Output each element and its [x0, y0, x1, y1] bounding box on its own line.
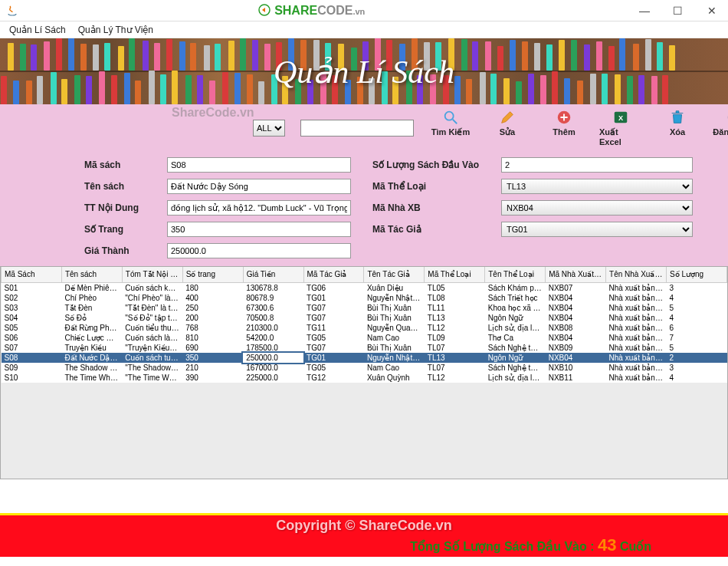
- table-cell[interactable]: Truyện Kiều: [61, 343, 122, 353]
- table-cell[interactable]: 167000.0: [243, 363, 303, 373]
- table-cell[interactable]: "Truyện Kiều" là ...: [122, 343, 182, 353]
- table-cell[interactable]: S07: [2, 343, 62, 353]
- table-cell[interactable]: Nhà xuất bản Ki...: [606, 293, 667, 303]
- column-header[interactable]: Mã Sách: [2, 267, 62, 282]
- input-gia-thanh[interactable]: [167, 243, 351, 258]
- table-cell[interactable]: S10: [2, 373, 62, 383]
- table-cell[interactable]: 130678.8: [243, 282, 303, 293]
- table-cell[interactable]: S09: [2, 363, 62, 373]
- table-cell[interactable]: Nhà xuất bản Ki...: [606, 303, 667, 313]
- table-cell[interactable]: TL12: [425, 323, 485, 333]
- table-cell[interactable]: Nguyễn Quang ...: [364, 323, 425, 333]
- table-cell[interactable]: S04: [2, 313, 62, 323]
- table-cell[interactable]: 400: [182, 293, 243, 303]
- select-ma-tacgia[interactable]: TG01: [501, 222, 693, 237]
- table-cell[interactable]: NXB08: [546, 323, 606, 333]
- column-header[interactable]: Tên sách: [61, 267, 122, 282]
- table-cell[interactable]: 5: [666, 303, 726, 313]
- table-cell[interactable]: S02: [2, 293, 62, 303]
- table-cell[interactable]: 210300.0: [243, 323, 303, 333]
- export-button[interactable]: X Xuất Excel: [599, 109, 642, 146]
- table-cell[interactable]: Xuân Quỳnh: [364, 373, 425, 383]
- table-cell[interactable]: NXB09: [546, 343, 606, 353]
- table-cell[interactable]: 5: [666, 343, 726, 353]
- table-row[interactable]: S02Chí Phèo"Chí Phèo" là tả...40080678.9…: [2, 293, 727, 303]
- data-table[interactable]: Mã SáchTên sáchTóm Tắt Nội Du...Số trang…: [1, 267, 727, 383]
- table-row[interactable]: S10The Time When ..."The Time Whe...3902…: [2, 373, 727, 383]
- table-cell[interactable]: Cuốn sách tuôn...: [122, 353, 182, 363]
- table-cell[interactable]: TG01: [303, 293, 364, 303]
- table-cell[interactable]: Nam Cao: [364, 333, 425, 343]
- table-cell[interactable]: TG01: [303, 353, 364, 363]
- table-cell[interactable]: Nhà xuất bản H...: [606, 373, 667, 383]
- table-cell[interactable]: 3: [666, 363, 726, 373]
- table-cell[interactable]: 70500.8: [243, 313, 303, 323]
- table-cell[interactable]: TL05: [425, 282, 485, 293]
- table-cell[interactable]: S06: [2, 333, 62, 343]
- table-cell[interactable]: 250000.0: [243, 353, 303, 363]
- table-cell[interactable]: "Tắt Đèn" là tiểu...: [122, 303, 182, 313]
- table-cell[interactable]: NXB04: [546, 303, 606, 313]
- table-cell[interactable]: TL07: [425, 363, 485, 373]
- table-cell[interactable]: NXB04: [546, 353, 606, 363]
- filter-select[interactable]: ALL: [253, 120, 285, 137]
- table-cell[interactable]: NXB10: [546, 363, 606, 373]
- column-header[interactable]: Tóm Tắt Nội Du...: [122, 267, 182, 282]
- edit-button[interactable]: Sửa: [486, 109, 529, 146]
- table-cell[interactable]: S08: [2, 353, 62, 363]
- table-cell[interactable]: 2: [666, 353, 726, 363]
- table-cell[interactable]: 4: [666, 373, 726, 383]
- table-cell[interactable]: Đất Nước Dậy S...: [61, 353, 122, 363]
- select-ma-nxb[interactable]: NXB04: [501, 200, 693, 216]
- close-button[interactable]: ✕: [702, 3, 722, 18]
- table-cell[interactable]: TG07: [303, 343, 364, 353]
- table-row[interactable]: S09The Shadow of ..."The Shadow of ...21…: [2, 363, 727, 373]
- table-cell[interactable]: "The Time Whe...: [122, 373, 182, 383]
- table-cell[interactable]: Sách Triết học: [485, 293, 546, 303]
- table-cell[interactable]: The Time When ...: [61, 373, 122, 383]
- table-cell[interactable]: NXB11: [546, 373, 606, 383]
- table-row[interactable]: S01Dế Mèn Phiêu L...Cuốn sách kể v...180…: [2, 282, 727, 293]
- table-cell[interactable]: TL08: [425, 293, 485, 303]
- table-cell[interactable]: Tắt Đèn: [61, 303, 122, 313]
- table-cell[interactable]: Nhà xuất bản Ki...: [606, 313, 667, 323]
- table-cell[interactable]: 690: [182, 343, 243, 353]
- table-cell[interactable]: Cuốn sách là bộ...: [122, 333, 182, 343]
- menu-quan-ly-thu-vien[interactable]: Quản Lý Thư Viện: [72, 23, 159, 37]
- logout-button[interactable]: Đăng Xuất: [713, 109, 728, 146]
- table-cell[interactable]: NXB04: [546, 293, 606, 303]
- table-row[interactable]: S06Chiếc Lược NgàCuốn sách là bộ...81054…: [2, 333, 727, 343]
- table-cell[interactable]: Thơ Ca: [485, 333, 546, 343]
- table-cell[interactable]: S03: [2, 303, 62, 313]
- add-button[interactable]: Thêm: [543, 109, 585, 146]
- column-header[interactable]: Mã Thể Loại: [425, 267, 485, 282]
- delete-button[interactable]: Xóa: [656, 109, 699, 146]
- table-cell[interactable]: Nhà xuất bản Q...: [606, 333, 667, 343]
- table-cell[interactable]: Bùi Thị Xuân: [364, 303, 425, 313]
- table-cell[interactable]: "Số Đỏ" tập trun...: [122, 313, 182, 323]
- table-cell[interactable]: TG07: [303, 313, 364, 323]
- table-cell[interactable]: Sách Khám phá...: [485, 282, 546, 293]
- table-cell[interactable]: Chiếc Lược Ngà: [61, 333, 122, 343]
- table-cell[interactable]: TG05: [303, 363, 364, 373]
- table-cell[interactable]: 178500.0: [243, 343, 303, 353]
- table-cell[interactable]: Nhà xuất bản Vă...: [606, 343, 667, 353]
- table-cell[interactable]: 3: [666, 282, 726, 293]
- column-header[interactable]: Số trang: [182, 267, 243, 282]
- table-cell[interactable]: The Shadow of ...: [61, 363, 122, 373]
- table-cell[interactable]: S01: [2, 282, 62, 293]
- table-cell[interactable]: TG12: [303, 373, 364, 383]
- table-cell[interactable]: 200: [182, 313, 243, 323]
- table-row[interactable]: S07Truyện Kiều"Truyện Kiều" là ...690178…: [2, 343, 727, 353]
- table-cell[interactable]: Chí Phèo: [61, 293, 122, 303]
- table-cell[interactable]: TL11: [425, 303, 485, 313]
- table-cell[interactable]: "Chí Phèo" là tả...: [122, 293, 182, 303]
- table-cell[interactable]: Cuốn tiểu thuyết...: [122, 323, 182, 333]
- column-header[interactable]: Tên Nhà Xuất Bản: [606, 267, 667, 282]
- table-row[interactable]: S03Tắt Đèn"Tắt Đèn" là tiểu...25067300.6…: [2, 303, 727, 313]
- table-cell[interactable]: 6: [666, 323, 726, 333]
- table-cell[interactable]: 768: [182, 323, 243, 333]
- table-cell[interactable]: 350: [182, 353, 243, 363]
- table-cell[interactable]: Nhà xuất bản H...: [606, 282, 667, 293]
- table-cell[interactable]: TG11: [303, 323, 364, 333]
